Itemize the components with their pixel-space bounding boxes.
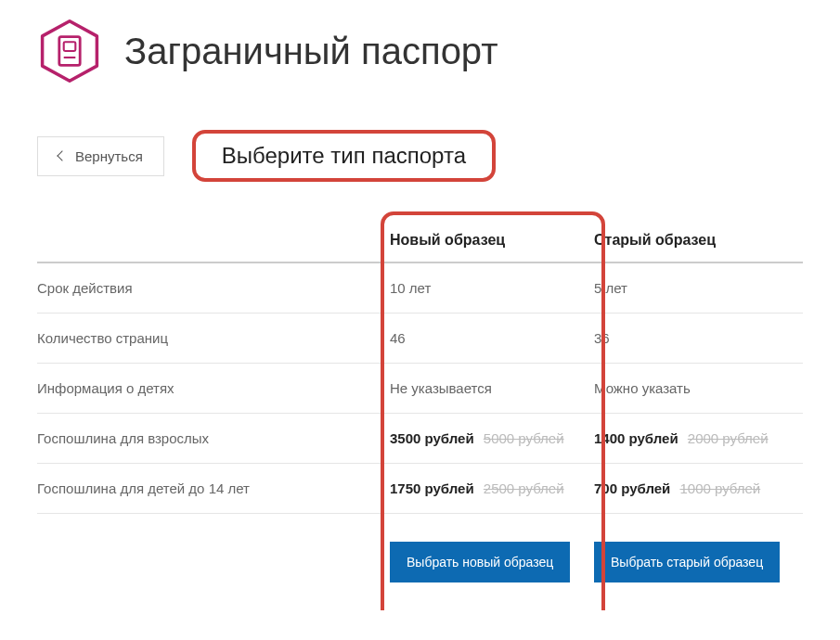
cell-new: Не указывается	[390, 380, 594, 396]
cell-new: 10 лет	[390, 280, 594, 296]
back-button-label: Вернуться	[75, 148, 143, 164]
price-discount: 700 рублей	[594, 480, 670, 496]
cell-new: 1750 рублей 2500 рублей	[390, 480, 594, 496]
back-button[interactable]: Вернуться	[37, 136, 164, 176]
buttons-row: Выбрать новый образец Выбрать старый обр…	[37, 514, 803, 582]
page-title: Заграничный паспорт	[124, 31, 498, 72]
cell-old: 5 лет	[594, 280, 803, 296]
row-fee-child: Госпошлина для детей до 14 лет 1750 рубл…	[37, 464, 803, 514]
cell-new: 3500 рублей 5000 рублей	[390, 430, 594, 446]
cell-new: 46	[390, 330, 594, 346]
row-validity: Срок действия 10 лет 5 лет	[37, 263, 803, 314]
passport-icon	[37, 19, 102, 83]
cell-old: 1400 рублей 2000 рублей	[594, 430, 803, 446]
select-new-button[interactable]: Выбрать новый образец	[390, 542, 570, 582]
chevron-left-icon	[57, 150, 67, 160]
row-pages: Количество страниц 46 36	[37, 314, 803, 364]
price-discount: 1400 рублей	[594, 430, 678, 446]
table-header: . Новый образец Старый образец	[37, 219, 803, 263]
cell-old: 36	[594, 330, 803, 346]
cell-old: 700 рублей 1000 рублей	[594, 480, 803, 496]
row-label: Госпошлина для детей до 14 лет	[37, 480, 390, 496]
select-old-button[interactable]: Выбрать старый образец	[594, 542, 780, 582]
row-label: Количество страниц	[37, 330, 390, 346]
section-title: Выберите тип паспорта	[192, 130, 496, 182]
svg-rect-2	[64, 42, 76, 51]
price-discount: 1750 рублей	[390, 480, 474, 496]
row-label: Госпошлина для взрослых	[37, 430, 390, 446]
row-fee-adult: Госпошлина для взрослых 3500 рублей 5000…	[37, 414, 803, 464]
column-header-old: Старый образец	[594, 232, 803, 249]
cell-old: Можно указать	[594, 380, 803, 396]
price-original: 2000 рублей	[688, 430, 769, 446]
price-original: 1000 рублей	[679, 480, 760, 496]
price-original: 5000 рублей	[484, 430, 564, 446]
price-original: 2500 рублей	[484, 480, 564, 496]
column-header-new: Новый образец	[390, 232, 594, 249]
comparison-table: . Новый образец Старый образец Срок дейс…	[37, 219, 803, 582]
row-label: Срок действия	[37, 280, 390, 296]
row-children: Информация о детях Не указывается Можно …	[37, 364, 803, 414]
price-discount: 3500 рублей	[390, 430, 474, 446]
row-label: Информация о детях	[37, 380, 390, 396]
